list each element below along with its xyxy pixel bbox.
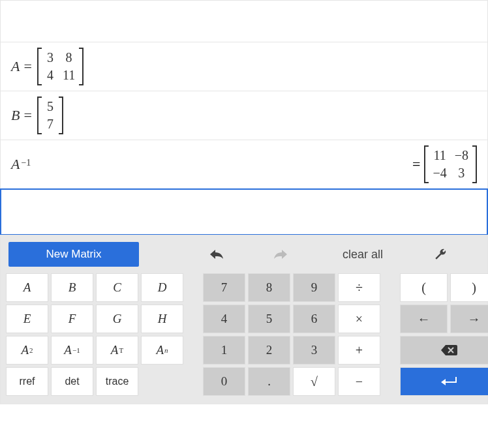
redo-button[interactable] [249, 242, 314, 267]
undo-button[interactable] [183, 242, 249, 267]
backspace-icon [440, 344, 457, 356]
key-3[interactable]: 3 [293, 336, 335, 365]
key-divide[interactable]: ÷ [338, 273, 380, 302]
expression-row-ainv[interactable]: A−1 = 11 −8 −4 3 [1, 140, 487, 189]
key-multiply[interactable]: × [338, 305, 380, 333]
matrix-a: 3 8 4 11 [37, 48, 84, 85]
key-4[interactable]: 4 [203, 305, 245, 333]
key-a-transpose[interactable]: AT [96, 336, 138, 365]
key-var-b[interactable]: B [51, 273, 93, 302]
key-paren-left[interactable]: ( [400, 273, 448, 302]
key-0[interactable]: 0 [203, 367, 245, 396]
key-minus[interactable]: − [338, 367, 380, 396]
var-b: B [11, 107, 20, 124]
key-a-power-n[interactable]: An [141, 336, 183, 365]
exponent-neg1: −1 [21, 158, 31, 168]
equals-sign: = [23, 107, 31, 124]
result-ainv: = 11 −8 −4 3 [412, 145, 477, 183]
equals-sign: = [412, 156, 420, 173]
number-keys: 7 8 9 ÷ 4 5 6 × 1 2 3 + 0 . √ − [203, 273, 380, 396]
expression-row-empty[interactable] [1, 1, 487, 42]
key-backspace[interactable] [400, 336, 488, 365]
key-plus[interactable]: + [338, 336, 380, 365]
expression-list: A = 3 8 4 11 B = 5 7 [0, 0, 488, 235]
key-enter[interactable] [400, 367, 488, 396]
key-5[interactable]: 5 [248, 305, 290, 333]
key-1[interactable]: 1 [203, 336, 245, 365]
expression-a: A = 3 8 4 11 [11, 48, 84, 85]
key-paren-right[interactable]: ) [450, 273, 488, 302]
var-a-inv: A [11, 156, 20, 173]
expression-row-a[interactable]: A = 3 8 4 11 [1, 42, 487, 91]
matrix-ainv-result: 11 −8 −4 3 [424, 145, 477, 183]
clear-all-button[interactable]: clear all [314, 247, 412, 262]
key-trace[interactable]: trace [96, 367, 138, 396]
keypad-toolbar: New Matrix clear all [6, 242, 482, 267]
wrench-icon [434, 248, 447, 261]
key-a-squared[interactable]: A2 [6, 336, 48, 365]
variable-keys: A B C D E F G H A2 A−1 AT An rref det tr… [6, 273, 183, 396]
active-input-row[interactable] [0, 188, 488, 235]
keypad-panel: New Matrix clear all A B C D E F G H A2 … [0, 235, 488, 404]
key-cursor-left[interactable]: ← [400, 305, 448, 333]
control-keys: ( ) ← → [400, 273, 488, 396]
var-a: A [11, 58, 20, 75]
key-sqrt[interactable]: √ [293, 367, 335, 396]
key-var-f[interactable]: F [51, 305, 93, 333]
key-var-d[interactable]: D [141, 273, 183, 302]
expression-ainv: A−1 [11, 156, 31, 173]
expression-row-b[interactable]: B = 5 7 [1, 91, 487, 140]
key-a-inverse[interactable]: A−1 [51, 336, 93, 365]
key-var-a[interactable]: A [6, 273, 48, 302]
key-2[interactable]: 2 [248, 336, 290, 365]
equals-sign: = [23, 58, 31, 75]
key-area: A B C D E F G H A2 A−1 AT An rref det tr… [6, 273, 482, 396]
key-var-e[interactable]: E [6, 305, 48, 333]
enter-icon [439, 376, 459, 387]
new-matrix-button[interactable]: New Matrix [8, 242, 139, 267]
matrix-b: 5 7 [37, 97, 63, 134]
key-8[interactable]: 8 [248, 273, 290, 302]
settings-button[interactable] [412, 242, 482, 267]
key-var-c[interactable]: C [96, 273, 138, 302]
redo-icon [273, 248, 289, 260]
undo-icon [208, 248, 224, 260]
key-9[interactable]: 9 [293, 273, 335, 302]
key-dot[interactable]: . [248, 367, 290, 396]
key-6[interactable]: 6 [293, 305, 335, 333]
key-cursor-right[interactable]: → [450, 305, 488, 333]
key-var-g[interactable]: G [96, 305, 138, 333]
key-det[interactable]: det [51, 367, 93, 396]
key-7[interactable]: 7 [203, 273, 245, 302]
key-var-h[interactable]: H [141, 305, 183, 333]
expression-b: B = 5 7 [11, 97, 63, 134]
key-rref[interactable]: rref [6, 367, 48, 396]
